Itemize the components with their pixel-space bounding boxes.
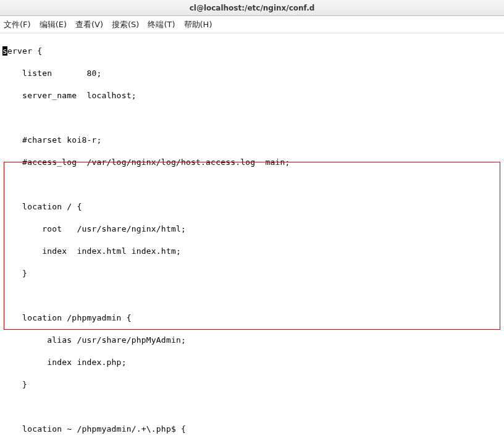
code-line: } [2,379,502,390]
code-line: location ~ /phpmyadmin/.+\.php$ { [2,424,502,435]
code-line: listen 80; [2,68,502,79]
code-line: location /phpmyadmin { [2,312,502,324]
code-line: } [2,268,502,279]
code-line [2,179,502,190]
menu-edit[interactable]: 编辑(E) [40,19,67,30]
window-titlebar: cl@localhost:/etc/nginx/conf.d [0,0,504,16]
menu-search[interactable]: 搜索(S) [112,19,139,30]
code-line: #charset koi8-r; [2,135,502,146]
code-line: location / { [2,201,502,212]
code-line [2,112,502,124]
code-line [2,401,502,413]
code-line: alias /usr/share/phpMyAdmin; [2,335,502,346]
code-line: index index.html index.htm; [2,246,502,257]
code-line: #access_log /var/log/nginx/log/host.acce… [2,157,502,168]
menu-file[interactable]: 文件(F) [4,19,31,30]
code-line: server { [2,46,502,57]
menu-view[interactable]: 查看(V) [75,19,103,30]
code-line: server_name localhost; [2,90,502,101]
menu-help[interactable]: 帮助(H) [184,19,212,30]
code-line: root /usr/share/nginx/html; [2,224,502,235]
code-line [2,290,502,301]
cursor: s [2,46,7,56]
menu-terminal[interactable]: 终端(T) [148,19,175,30]
menubar: 文件(F) 编辑(E) 查看(V) 搜索(S) 终端(T) 帮助(H) [0,16,504,33]
terminal-area[interactable]: server { listen 80; server_name localhos… [0,33,504,436]
code-line: index index.php; [2,357,502,368]
window-title: cl@localhost:/etc/nginx/conf.d [190,4,315,12]
